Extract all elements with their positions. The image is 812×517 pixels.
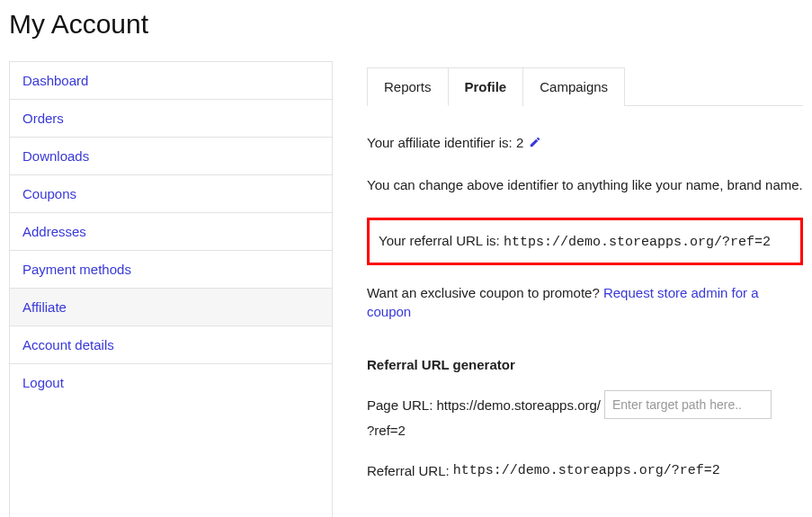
gen-referral-label: Referral URL: bbox=[367, 463, 450, 478]
referral-url-row: Your referral URL is: https://demo.store… bbox=[367, 218, 803, 265]
tab-profile[interactable]: Profile bbox=[448, 67, 524, 106]
referral-generator-title: Referral URL generator bbox=[367, 357, 803, 372]
generated-referral-row: Referral URL: https://demo.storeapps.org… bbox=[367, 463, 803, 478]
main-content: Reports Profile Campaigns Your affiliate… bbox=[367, 61, 803, 517]
target-path-input[interactable] bbox=[604, 390, 772, 419]
page-url-base: https://demo.storeapps.org/ bbox=[436, 397, 601, 413]
gen-referral-value: https://demo.storeapps.org/?ref=2 bbox=[453, 463, 720, 478]
pencil-icon[interactable] bbox=[529, 134, 541, 147]
sidebar-item-payment-methods[interactable]: Payment methods bbox=[10, 251, 332, 289]
coupon-row: Want an exclusive coupon to promote? Req… bbox=[367, 283, 803, 321]
sidebar-item-orders[interactable]: Orders bbox=[10, 100, 332, 138]
tab-campaigns[interactable]: Campaigns bbox=[522, 67, 625, 106]
referral-url-label: Your referral URL is: bbox=[379, 233, 500, 248]
affiliate-id-row: Your affiliate identifier is: 2 bbox=[367, 133, 803, 152]
sidebar-item-account-details[interactable]: Account details bbox=[10, 326, 332, 364]
sidebar-item-coupons[interactable]: Coupons bbox=[10, 175, 332, 213]
change-note: You can change above identifier to anyth… bbox=[367, 175, 803, 194]
affiliate-id-value: 2 bbox=[516, 135, 523, 150]
page-url-suffix: ?ref=2 bbox=[367, 423, 406, 438]
sidebar-item-addresses[interactable]: Addresses bbox=[10, 213, 332, 251]
sidebar-item-affiliate[interactable]: Affiliate bbox=[10, 289, 332, 326]
page-title: My Account bbox=[9, 9, 803, 40]
page-url-label: Page URL: bbox=[367, 397, 433, 413]
sidebar-menu: Dashboard Orders Downloads Coupons Addre… bbox=[9, 61, 333, 517]
tabs-nav: Reports Profile Campaigns bbox=[367, 67, 803, 106]
page-url-row: Page URL: https://demo.storeapps.org/ ?r… bbox=[367, 390, 803, 438]
tab-reports[interactable]: Reports bbox=[367, 67, 449, 106]
sidebar-item-downloads[interactable]: Downloads bbox=[10, 138, 332, 175]
coupon-question: Want an exclusive coupon to promote? bbox=[367, 285, 600, 300]
referral-url-value: https://demo.storeapps.org/?ref=2 bbox=[504, 235, 771, 250]
affiliate-id-label: Your affiliate identifier is: bbox=[367, 135, 513, 150]
sidebar-item-logout[interactable]: Logout bbox=[10, 364, 332, 401]
sidebar-item-dashboard[interactable]: Dashboard bbox=[10, 62, 332, 100]
